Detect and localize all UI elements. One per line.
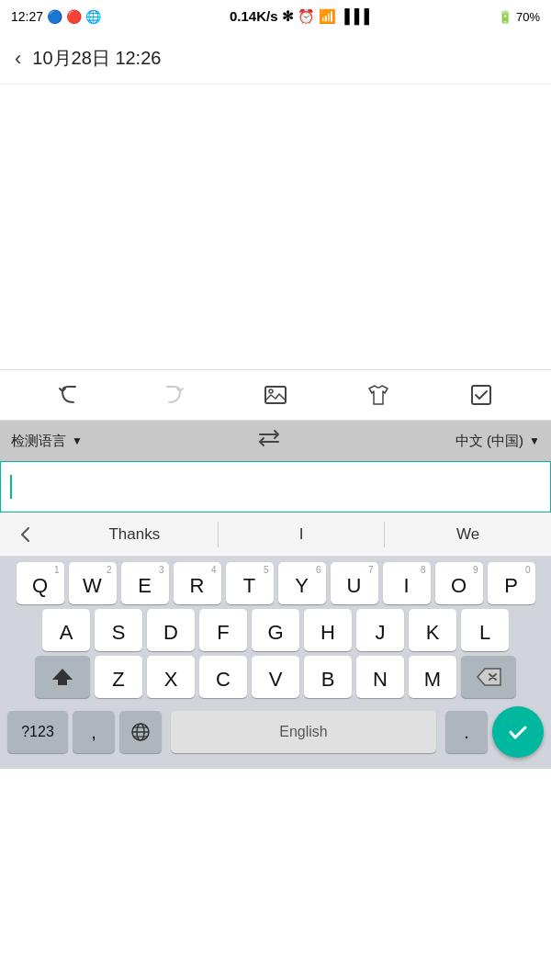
key-e[interactable]: 3 E [121,562,169,604]
lang-bar: 检测语言 ▼ 中文 (中国) ▼ [0,421,551,461]
image-icon [263,382,288,408]
key-q-letter: Q [32,576,48,596]
status-left: 12:27 🔵 🔴 🌐 [11,9,101,24]
key-i-letter: I [403,576,409,596]
key-k[interactable]: K [409,609,456,651]
globe-icon [129,721,152,743]
key-x-letter: X [164,670,178,690]
suggestion-label-thanks: Thanks [108,525,160,544]
key-t-num: 5 [264,565,269,575]
key-v[interactable]: V [252,656,299,698]
key-o[interactable]: 9 O [435,562,483,604]
suggestion-item-thanks[interactable]: Thanks [51,513,218,556]
key-e-num: 3 [159,565,164,575]
suggestions-bar: Thanks I We [0,513,551,557]
header-bar: ‹ 10月28日 12:26 [0,33,551,84]
key-j-letter: J [376,623,386,643]
key-h[interactable]: H [304,609,352,651]
alarm-icon: ⏰ [298,8,315,24]
back-arrow-icon [16,524,36,545]
template-button[interactable] [358,375,399,415]
suggestions-back-button[interactable] [0,524,51,545]
todo-button[interactable] [461,375,501,415]
key-g-letter: G [267,623,283,643]
suggestion-item-we[interactable]: We [385,513,551,556]
svg-point-1 [269,389,273,393]
key-b[interactable]: B [304,656,352,698]
toolbar [0,369,551,421]
bluetooth-icon: ✻ [282,8,298,24]
period-button[interactable]: . [445,711,488,753]
detect-lang-selector[interactable]: 检测语言 ▼ [11,433,83,450]
key-l[interactable]: L [461,609,509,651]
redo-icon [160,382,186,408]
key-i[interactable]: 8 I [383,562,431,604]
globe-button[interactable] [119,711,162,753]
key-t[interactable]: 5 T [226,562,274,604]
key-j[interactable]: J [356,609,404,651]
note-title: 10月28日 12:26 [32,46,161,71]
battery-icon: 🔋 [498,10,512,24]
content-area[interactable] [0,84,551,369]
lang-swap-button[interactable] [256,428,282,454]
shift-button[interactable] [35,656,90,698]
key-d-letter: D [163,623,178,643]
key-w[interactable]: 2 W [69,562,117,604]
key-k-letter: K [426,623,440,643]
key-s[interactable]: S [95,609,142,651]
space-button[interactable]: English [171,711,436,753]
key-q[interactable]: 1 Q [17,562,64,604]
key-x[interactable]: X [147,656,195,698]
detect-lang-dropdown-icon: ▼ [72,434,83,447]
translation-input[interactable] [0,461,551,513]
key-u-letter: U [347,576,362,596]
key-r-letter: R [190,576,205,596]
key-y[interactable]: 6 Y [278,562,326,604]
key-c[interactable]: C [199,656,247,698]
keyboard-row-1: 1 Q 2 W 3 E 4 R 5 T 6 Y 7 U 8 I [0,562,551,604]
key-b-letter: B [321,670,335,690]
key-p-letter: P [504,576,518,596]
key-u[interactable]: 7 U [331,562,378,604]
key-z[interactable]: Z [95,656,142,698]
key-n-letter: N [373,670,388,690]
num-123-button[interactable]: ?123 [7,711,68,753]
target-lang-label: 中文 (中国) [455,433,523,450]
enter-button[interactable] [492,706,544,758]
key-m-letter: M [424,670,441,690]
target-lang-selector[interactable]: 中文 (中国) ▼ [455,433,540,450]
shift-icon [51,665,74,689]
image-insert-button[interactable] [255,375,296,415]
key-o-num: 9 [473,565,478,575]
key-g[interactable]: G [252,609,299,651]
comma-button[interactable]: , [73,711,115,753]
redo-button[interactable] [152,375,193,415]
swap-icon [256,428,282,448]
status-right: 🔋 70% [498,10,540,24]
text-cursor [10,475,12,499]
key-w-letter: W [83,576,102,596]
comma-label: , [91,722,96,743]
key-p[interactable]: 0 P [488,562,535,604]
key-e-letter: E [138,576,152,596]
key-d[interactable]: D [147,609,195,651]
key-f[interactable]: F [199,609,247,651]
back-button[interactable]: ‹ [15,47,21,71]
suggestion-item-i[interactable]: I [219,513,385,556]
undo-button[interactable] [50,375,90,415]
key-m[interactable]: M [409,656,456,698]
status-time: 12:27 [11,9,43,24]
key-i-num: 8 [421,565,426,575]
key-a[interactable]: A [42,609,90,651]
key-r[interactable]: 4 R [174,562,221,604]
target-lang-dropdown-icon: ▼ [529,434,540,447]
space-label: English [279,724,327,740]
key-y-num: 6 [316,565,321,575]
keyboard-row-2: A S D F G H J K L [0,609,551,651]
svg-rect-0 [265,387,286,403]
key-t-letter: T [243,576,255,596]
key-p-num: 0 [525,565,531,575]
key-q-num: 1 [54,565,60,575]
key-n[interactable]: N [356,656,404,698]
backspace-button[interactable] [461,656,516,698]
